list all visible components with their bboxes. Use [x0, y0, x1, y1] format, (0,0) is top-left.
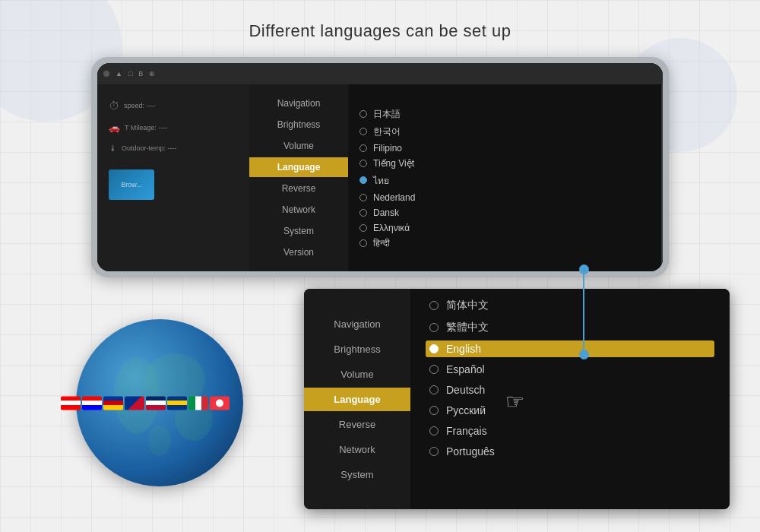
menu-volume-top[interactable]: Volume [249, 136, 348, 156]
lang-radio-russian [429, 406, 439, 415]
bottom-menu-brightness[interactable]: Brightness [304, 337, 410, 361]
temp-label: Outdoor-temp: ---- [122, 144, 177, 152]
lang-korean[interactable]: 한국어 [359, 125, 651, 138]
menu-version-top[interactable]: Version [249, 242, 348, 262]
flag-japan [210, 396, 230, 410]
temp-row: 🌡 Outdoor-temp: ---- [109, 144, 238, 153]
top-device: ▲ □ B ⊕ ⏱ speed: ---- 🚗 T Mileage: ---- … [91, 57, 669, 277]
lang-portuguese[interactable]: Português [426, 443, 714, 460]
lang-spanish[interactable]: Español [426, 361, 714, 378]
lang-radio-zh-cn [429, 301, 439, 310]
lang-label-thai: ไทย [373, 173, 389, 188]
bottom-menu-navigation[interactable]: Navigation [304, 312, 410, 336]
menu-brightness-top[interactable]: Brightness [249, 115, 348, 135]
connector-dot-top [579, 264, 589, 274]
lang-label-portuguese: Português [446, 445, 495, 458]
lang-label-greek: Ελληνικά [373, 223, 410, 233]
japan-circle [216, 399, 223, 407]
lang-label-english: English [446, 343, 481, 355]
flag-germany [103, 396, 123, 410]
top-screen-menu: Navigation Brightness Volume Language Re… [249, 84, 348, 271]
mileage-label: T Mileage: ---- [125, 124, 167, 131]
menu-language-top[interactable]: Language [249, 157, 348, 177]
lang-label-zh-tw: 繁體中文 [446, 321, 489, 334]
menu-reverse-top[interactable]: Reverse [249, 179, 348, 198]
lang-radio-zh-tw [429, 323, 439, 332]
car-icon: 🚗 [109, 122, 120, 133]
flag-uk [125, 396, 144, 410]
browser-thumbnail: Brow... [109, 169, 154, 200]
menu-network-top[interactable]: Network [249, 200, 348, 220]
globe-container [61, 296, 258, 509]
bottom-menu-system[interactable]: System [304, 463, 410, 486]
lang-label-french: Français [446, 425, 487, 437]
mileage-row: 🚗 T Mileage: ---- [109, 122, 238, 133]
lang-label-filipino: Filipino [373, 143, 402, 154]
lang-label-danish: Dansk [373, 207, 399, 218]
lang-radio-filipino [359, 144, 367, 152]
bottom-language-list: 简体中文 繁體中文 English Español Deutsch Русски… [410, 289, 730, 509]
status-bar: ▲ □ B ⊕ [97, 63, 663, 84]
lang-japanese[interactable]: 日本語 [359, 108, 651, 121]
lang-french[interactable]: Français [426, 423, 714, 439]
lang-label-vietnamese: Tiếng Việt [373, 158, 414, 169]
lang-vietnamese[interactable]: Tiếng Việt [359, 158, 651, 169]
lang-radio-portuguese [429, 447, 439, 456]
lang-label-spanish: Español [446, 363, 485, 375]
lang-greek[interactable]: Ελληνικά [359, 223, 651, 233]
lang-radio-english [429, 344, 439, 353]
lang-german[interactable]: Deutsch [426, 382, 714, 398]
top-screen: ▲ □ B ⊕ ⏱ speed: ---- 🚗 T Mileage: ---- … [97, 63, 663, 271]
lang-radio-vietnamese [359, 160, 367, 167]
wifi-icon: ▲ [116, 70, 122, 78]
flag-italy [188, 396, 208, 410]
lang-label-hindi: हिन्दी [373, 238, 390, 249]
left-info-panel: ⏱ speed: ---- 🚗 T Mileage: ---- 🌡 Outdoo… [97, 84, 249, 271]
lang-thai[interactable]: ไทย [359, 173, 651, 188]
lang-filipino[interactable]: Filipino [359, 143, 651, 154]
svg-point-3 [148, 426, 171, 456]
lang-hindi[interactable]: हिन्दी [359, 238, 651, 249]
lang-radio-danish [359, 209, 367, 217]
speed-label: speed: ---- [124, 102, 156, 109]
flag-sweden [167, 396, 187, 410]
bluetooth-icon: B [138, 70, 143, 78]
lang-radio-japanese [359, 110, 367, 118]
top-language-list: 日本語 한국어 Filipino Tiếng Việt ไทย [348, 84, 663, 271]
lang-radio-korean [359, 128, 367, 135]
lang-radio-french [429, 426, 439, 435]
lang-radio-hindi [359, 239, 367, 247]
browser-label: Brow... [109, 169, 154, 200]
lang-radio-thai [359, 176, 367, 184]
lang-radio-dutch [359, 194, 367, 201]
settings-icon: ⊕ [149, 70, 155, 78]
screen-content: ⏱ speed: ---- 🚗 T Mileage: ---- 🌡 Outdoo… [97, 84, 663, 271]
menu-system-top[interactable]: System [249, 221, 348, 241]
lang-russian[interactable]: Русский [426, 402, 714, 419]
lang-simplified-chinese[interactable]: 简体中文 [426, 296, 714, 315]
connector-dot-bottom [579, 350, 589, 359]
lang-label-japanese: 日本語 [373, 108, 401, 121]
lang-radio-greek [359, 224, 367, 232]
lang-english[interactable]: English [426, 340, 714, 357]
lang-danish[interactable]: Dansk [359, 207, 651, 218]
lang-label-zh-cn: 简体中文 [446, 299, 489, 312]
page-title: Different languages can be set up [0, 21, 760, 41]
connector-line [583, 270, 584, 353]
lang-traditional-chinese[interactable]: 繁體中文 [426, 318, 714, 337]
bottom-menu-volume[interactable]: Volume [304, 363, 410, 386]
bottom-menu-language[interactable]: Language [304, 388, 410, 411]
bottom-screen-menu: Navigation Brightness Volume Language Re… [304, 289, 410, 509]
bottom-menu-network[interactable]: Network [304, 438, 410, 461]
lang-radio-spanish [429, 365, 439, 374]
flag-usa [146, 396, 166, 410]
bottom-menu-reverse[interactable]: Reverse [304, 413, 410, 436]
lang-radio-german [429, 385, 439, 394]
menu-navigation-top[interactable]: Navigation [249, 93, 348, 113]
lang-label-german: Deutsch [446, 384, 485, 396]
lang-dutch[interactable]: Nederland [359, 192, 651, 203]
flag-band [61, 382, 258, 424]
lang-label-russian: Русский [446, 404, 486, 416]
flag-france [82, 396, 102, 410]
flag-canada [61, 396, 81, 410]
